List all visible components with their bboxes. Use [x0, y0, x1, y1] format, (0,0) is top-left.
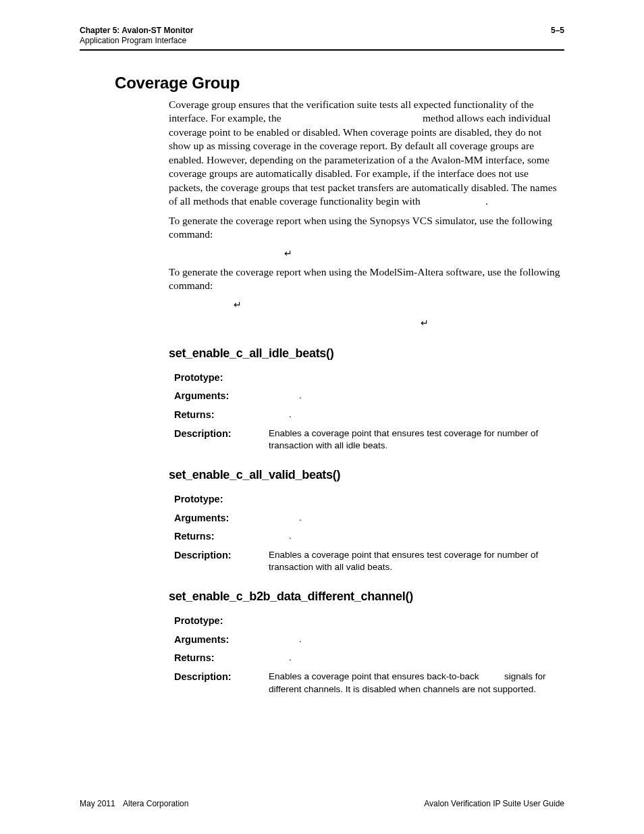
- api-row-arguments: Arguments: enable.: [174, 633, 564, 647]
- api-value: Enables a coverage point that ensures te…: [269, 427, 564, 452]
- ret-code: void: [269, 654, 289, 663]
- arg-tail: .: [299, 390, 302, 400]
- desc-code: data: [481, 673, 502, 682]
- command-1: urg -dir simv.vdb ↵: [182, 247, 564, 260]
- api-row-returns: Returns: void.: [174, 530, 564, 544]
- api-label: Description:: [174, 671, 269, 696]
- prototype-code: void set_enable_c_all_idle_beats(int ena…: [269, 373, 497, 383]
- chapter-title: Chapter 5: Avalon-ST Monitor: [80, 26, 193, 35]
- ret-code: void: [269, 532, 289, 542]
- api-row-returns: Returns: void.: [174, 652, 564, 665]
- api-table: Prototype: void set_enable_c_all_idle_be…: [174, 371, 564, 452]
- api-value: enable.: [269, 512, 564, 525]
- api-value: void set_enable_c_b2b_data_different_cha…: [269, 615, 564, 628]
- api-row-arguments: Arguments: enable.: [174, 512, 564, 525]
- api-label: Prototype:: [174, 615, 269, 628]
- api-heading: set_enable_c_all_valid_beats(): [169, 468, 564, 482]
- api-row-returns: Returns: void.: [174, 409, 564, 422]
- para1-body: method allows each individual coverage p…: [169, 112, 557, 207]
- arg-code: enable: [269, 514, 299, 523]
- body-text-block: Coverage group ensures that the verifica…: [169, 98, 564, 330]
- ret-tail: .: [289, 652, 292, 662]
- command-2b: coverage report -details -file report.rp…: [182, 317, 564, 330]
- ret-code: void: [269, 411, 289, 420]
- arg-tail: .: [299, 513, 302, 523]
- ret-tail: .: [289, 409, 292, 419]
- page-header: Chapter 5: Avalon-ST Monitor 5–5: [80, 26, 564, 35]
- arg-code: enable: [269, 392, 299, 401]
- prototype-code: void set_enable_c_b2b_data_different_cha…: [269, 617, 558, 626]
- api-value: enable.: [269, 390, 564, 403]
- page-number: 5–5: [551, 26, 564, 35]
- ret-tail: .: [289, 531, 292, 541]
- method-example-code: set_enable_c_illegal_cmd: [284, 113, 420, 124]
- page-footer: May 2011 Altera Corporation Avalon Verif…: [80, 799, 564, 808]
- command-2a: run -all ↵: [182, 298, 564, 311]
- footer-right: Avalon Verification IP Suite User Guide: [424, 799, 564, 808]
- prefix-example-code: set_enable_: [423, 197, 485, 207]
- api-row-prototype: Prototype: void set_enable_c_all_idle_be…: [174, 371, 564, 385]
- api-value: Enables a coverage point that ensures te…: [269, 549, 564, 573]
- api-label: Description:: [174, 549, 269, 573]
- api-table: Prototype: void set_enable_c_b2b_data_di…: [174, 615, 564, 696]
- paragraph-3: To generate the coverage report when usi…: [169, 265, 564, 293]
- header-subtitle: Application Program Interface: [80, 36, 564, 45]
- footer-left: May 2011 Altera Corporation: [80, 799, 188, 808]
- section-heading: Coverage Group: [115, 74, 564, 93]
- api-value: void.: [269, 409, 564, 422]
- return-icon: ↵: [234, 299, 242, 310]
- paragraph-1: Coverage group ensures that the verifica…: [169, 98, 564, 209]
- cmd1-text: urg -dir simv.vdb: [182, 249, 279, 259]
- api-value: void.: [269, 652, 564, 665]
- api-label: Description:: [174, 427, 269, 452]
- api-row-prototype: Prototype: void set_enable_c_all_valid_b…: [174, 493, 564, 506]
- api-value: void set_enable_c_all_idle_beats(int ena…: [269, 371, 564, 385]
- api-row-prototype: Prototype: void set_enable_c_b2b_data_di…: [174, 615, 564, 628]
- api-row-description: Description: Enables a coverage point th…: [174, 549, 564, 573]
- api-row-description: Description: Enables a coverage point th…: [174, 427, 564, 452]
- api-row-description: Description: Enables a coverage point th…: [174, 671, 564, 696]
- api-row-arguments: Arguments: enable.: [174, 390, 564, 403]
- para1-tail: .: [485, 195, 488, 207]
- api-table: Prototype: void set_enable_c_all_valid_b…: [174, 493, 564, 573]
- arg-code: enable: [269, 635, 299, 645]
- return-icon: ↵: [421, 317, 429, 328]
- api-label: Arguments:: [174, 390, 269, 403]
- api-label: Prototype:: [174, 493, 269, 506]
- arg-tail: .: [299, 634, 302, 644]
- api-label: Returns:: [174, 652, 269, 665]
- desc-pre: Enables a coverage point that ensures ba…: [269, 671, 481, 681]
- api-heading: set_enable_c_all_idle_beats(): [169, 346, 564, 361]
- api-value: enable.: [269, 633, 564, 647]
- return-icon: ↵: [284, 248, 292, 259]
- api-value: void set_enable_c_all_valid_beats(int en…: [269, 493, 564, 506]
- cmd2b-text: coverage report -details -file report.rp…: [182, 318, 414, 329]
- api-value: void.: [269, 530, 564, 544]
- cmd2a-text: run -all: [182, 300, 227, 311]
- api-label: Returns:: [174, 530, 269, 544]
- api-label: Returns:: [174, 409, 269, 422]
- prototype-code: void set_enable_c_all_valid_beats(int en…: [269, 495, 502, 504]
- api-label: Arguments:: [174, 512, 269, 525]
- api-heading: set_enable_c_b2b_data_different_channel(…: [169, 590, 564, 604]
- api-label: Prototype:: [174, 371, 269, 385]
- header-rule: [80, 49, 564, 51]
- api-label: Arguments:: [174, 633, 269, 647]
- api-value: Enables a coverage point that ensures ba…: [269, 671, 564, 696]
- paragraph-2: To generate the coverage report when usi…: [169, 214, 564, 242]
